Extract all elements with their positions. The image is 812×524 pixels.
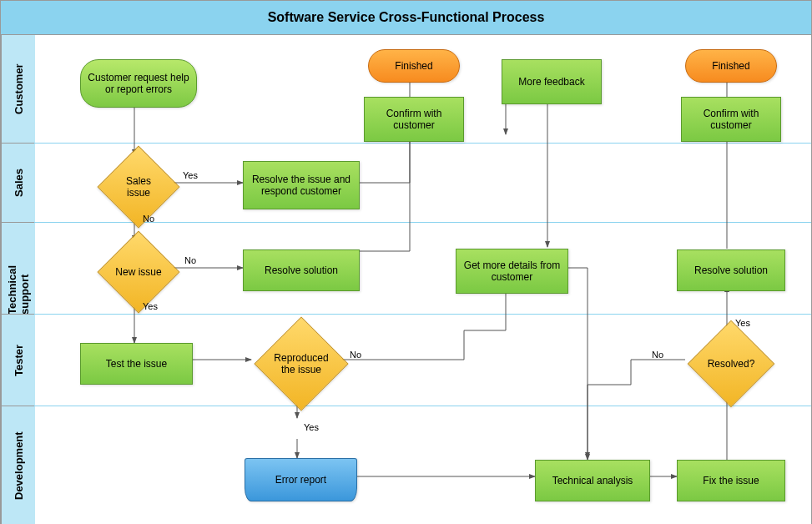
edge-label-no: No [652,350,663,360]
lane-development: Development [1,406,35,524]
more-feedback: More feedback [502,59,602,104]
resolve-solution-2: Resolve solution [677,249,785,291]
resolve-solution-1: Resolve solution [243,249,360,291]
lane-divider [34,314,811,315]
edge-label-no: No [350,350,361,360]
lane-tech-support: Technical support [1,222,35,315]
lane-divider [34,406,811,406]
edge-label-yes: Yes [304,422,319,432]
error-report-document: Error report [245,458,357,501]
lane-divider [34,143,811,144]
edge-label-yes: Yes [143,301,158,311]
finished-terminator-2: Finished [685,49,777,83]
sales-issue-decision: Sales issue [98,146,180,229]
finished-terminator: Finished [368,49,460,83]
edge-label-no: No [143,214,154,224]
get-details: Get more details from customer [456,249,568,294]
diagram-title: Software Service Cross-Functional Proces… [1,1,811,35]
confirm-customer-1: Confirm with customer [364,97,464,142]
resolved-decision: Resolved? [688,320,775,408]
edge-label-no: No [184,255,196,265]
lane-customer: Customer [1,34,35,144]
edge-label-yes: Yes [735,318,750,328]
start-terminator: Customer request help or report errors [80,59,197,108]
confirm-customer-2: Confirm with customer [681,97,781,142]
edge-label-yes: Yes [183,170,198,180]
lane-sales: Sales [1,143,35,223]
technical-analysis: Technical analysis [535,460,650,501]
diagram-frame: Software Service Cross-Functional Proces… [0,0,812,524]
reproduced-decision: Reproduced the issue [254,316,348,411]
new-issue-decision: New issue [98,231,180,314]
lane-tester: Tester [1,314,35,406]
swimlane-grid: Customer Sales Technical support Tester … [1,34,811,524]
fix-issue: Fix the issue [677,460,785,501]
resolve-respond: Resolve the issue and respond customer [243,161,360,209]
test-issue: Test the issue [80,343,193,385]
